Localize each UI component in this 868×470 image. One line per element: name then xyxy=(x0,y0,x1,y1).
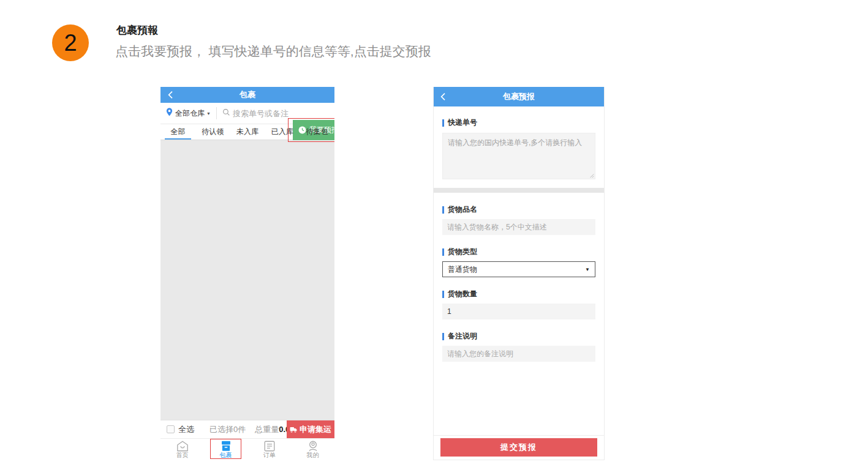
package-list-screen: 包裹 全部仓库 ▼ 我要预报 全部 待认领 未入库 已入库 待集包 全选 已选择… xyxy=(160,87,334,460)
tab-not-in-warehouse[interactable]: 未入库 xyxy=(230,124,265,140)
tab-in-warehouse[interactable]: 已入库 xyxy=(265,124,300,140)
label-text: 货物品名 xyxy=(448,204,477,215)
tab-pending-claim[interactable]: 待认领 xyxy=(195,124,230,140)
person-icon xyxy=(307,441,319,452)
step-number-badge: 2 xyxy=(52,24,89,61)
empty-package-list xyxy=(160,140,334,420)
forecast-form: 快递单号 货物品名 货物类型 普通货物 ▼ 货物数量 xyxy=(434,106,604,435)
package-forecast-screen: 包裹预报 快递单号 货物品名 货物类型 普通货物 ▼ 货物 xyxy=(433,87,605,460)
tab-label: 未入库 xyxy=(236,127,259,137)
warehouse-selector[interactable]: 全部仓库 xyxy=(175,108,205,119)
tab-label: 待集包 xyxy=(306,127,328,137)
map-pin-icon xyxy=(166,108,173,119)
nav-label: 订单 xyxy=(263,452,276,458)
house-icon xyxy=(176,441,189,452)
section-divider xyxy=(434,188,604,193)
label-accent-bar xyxy=(442,333,444,340)
nav-label: 我的 xyxy=(307,452,319,458)
bottom-nav: 首页 包裹 订单 我的 xyxy=(160,438,334,460)
label-text: 货物类型 xyxy=(448,247,477,257)
right-header: 包裹预报 xyxy=(433,87,605,106)
nav-home[interactable]: 首页 xyxy=(160,439,204,460)
tab-label: 待认领 xyxy=(202,127,224,137)
form-footer: 提交预报 xyxy=(434,435,604,460)
apply-consolidation-button[interactable]: 申请集运 xyxy=(287,420,334,438)
cargo-type-value: 普通货物 xyxy=(448,264,477,275)
weight-label: 总重量 xyxy=(255,424,279,435)
nav-label: 首页 xyxy=(176,452,189,458)
filter-tabs: 全部 待认领 未入库 已入库 待集包 xyxy=(160,124,334,140)
caret-down-icon: ▼ xyxy=(585,267,590,272)
cargo-type-select[interactable]: 普通货物 ▼ xyxy=(442,261,595,277)
back-icon[interactable] xyxy=(166,90,176,100)
product-name-label: 货物品名 xyxy=(442,204,595,215)
form-spacer xyxy=(442,362,595,435)
tracking-number-textarea[interactable] xyxy=(442,133,595,179)
product-name-input[interactable] xyxy=(442,219,595,235)
label-accent-bar xyxy=(442,206,444,214)
remark-label: 备注说明 xyxy=(442,331,595,341)
left-header: 包裹 xyxy=(160,87,334,103)
label-text: 货物数量 xyxy=(448,289,477,299)
remark-input[interactable] xyxy=(442,346,595,362)
page-title: 包裹预报 xyxy=(433,91,605,102)
label-accent-bar xyxy=(442,248,444,256)
page-title: 包裹 xyxy=(160,89,334,100)
selection-bar: 全选 已选择0件 总重量 0.00 kg 申请集运 xyxy=(160,420,334,438)
tracking-number-label: 快递单号 xyxy=(442,118,595,128)
nav-label: 包裹 xyxy=(220,452,232,458)
caret-down-icon[interactable]: ▼ xyxy=(206,111,211,116)
document-list-icon xyxy=(263,441,276,452)
box-icon xyxy=(220,441,232,452)
label-text: 快递单号 xyxy=(448,118,477,128)
nav-profile[interactable]: 我的 xyxy=(291,439,334,460)
selected-count: 已选择0件 xyxy=(209,424,246,435)
search-icon xyxy=(222,108,230,119)
step-title: 包裹預報 xyxy=(116,23,158,37)
search-input[interactable] xyxy=(233,109,292,118)
submit-forecast-button[interactable]: 提交预报 xyxy=(440,438,597,457)
step-number: 2 xyxy=(64,30,77,56)
label-accent-bar xyxy=(442,291,444,298)
quantity-label: 货物数量 xyxy=(442,289,595,299)
tab-label: 已入库 xyxy=(271,127,293,137)
tab-pending-pack[interactable]: 待集包 xyxy=(300,124,334,140)
quantity-input[interactable] xyxy=(442,304,595,319)
back-icon[interactable] xyxy=(439,92,448,102)
toolbar: 全部仓库 ▼ 我要预报 xyxy=(160,103,334,124)
tab-all[interactable]: 全部 xyxy=(160,124,195,140)
tab-label: 全部 xyxy=(170,127,185,137)
cargo-type-label: 货物类型 xyxy=(442,247,595,257)
divider xyxy=(216,107,217,119)
truck-icon xyxy=(290,427,297,433)
select-all-checkbox[interactable] xyxy=(167,425,175,433)
label-accent-bar xyxy=(442,119,444,127)
apply-button-label: 申请集运 xyxy=(300,424,331,435)
label-text: 备注说明 xyxy=(448,331,477,341)
select-all-label[interactable]: 全选 xyxy=(178,424,194,435)
nav-packages[interactable]: 包裹 xyxy=(204,439,247,460)
nav-orders[interactable]: 订单 xyxy=(247,439,291,460)
step-description: 点击我要预报， 填写快递单号的信息等等,点击提交预报 xyxy=(115,43,431,60)
